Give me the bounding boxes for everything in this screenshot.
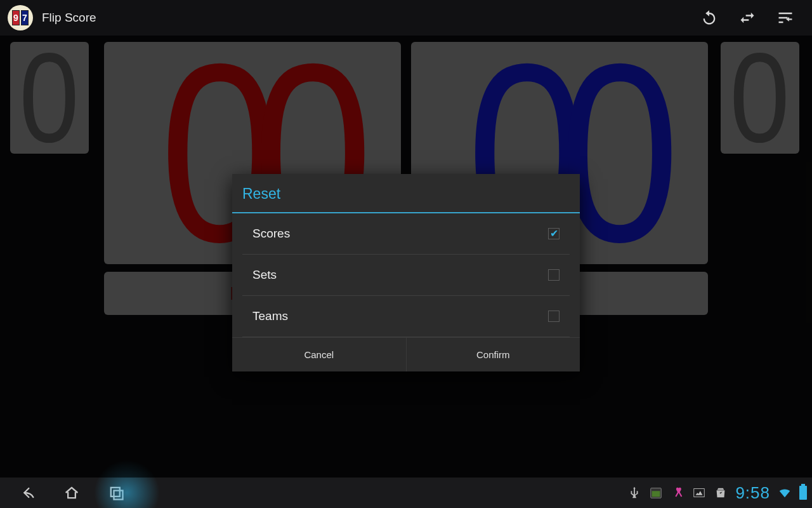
confirm-button[interactable]: Confirm [406,338,580,371]
home-nav-button[interactable] [49,478,94,508]
dialog-button-bar: Cancel Confirm [232,337,580,371]
back-nav-button[interactable] [5,478,49,508]
picture-status-icon [692,486,706,500]
recent-nav-button[interactable] [94,478,138,508]
reset-option-sets[interactable]: Sets [242,255,570,296]
home-icon [63,484,81,502]
reset-dialog: Reset Scores Sets Teams Cancel Confirm [232,174,580,371]
option-label: Scores [252,227,290,241]
reset-option-scores[interactable]: Scores [242,213,570,255]
svg-rect-4 [694,489,705,497]
swap-icon [738,9,756,27]
dialog-title: Reset [232,174,580,213]
system-bar: 9:58 [0,478,812,508]
status-icons: 9:58 [627,478,807,508]
content-area: 0 00 00 0 Home Away Reset Scores Sets Te… [0,36,812,478]
usb-icon [627,486,641,500]
wifi-icon [778,486,792,500]
battery-icon [799,486,807,500]
svg-rect-0 [111,488,120,497]
cancel-button[interactable]: Cancel [232,338,406,371]
status-clock: 9:58 [735,483,770,503]
sliders-icon [776,9,794,27]
option-label: Teams [252,309,288,323]
undo-icon [700,9,718,27]
app-title: Flip Score [42,11,96,25]
shopping-status-icon [714,486,728,500]
reset-action-button[interactable] [690,0,728,36]
svg-rect-3 [652,491,660,497]
checkbox-sets[interactable] [548,269,560,281]
ribbon-icon [671,486,684,500]
reset-option-teams[interactable]: Teams [242,296,570,337]
checkbox-teams[interactable] [548,311,560,322]
back-icon [18,484,36,502]
svg-rect-1 [114,491,123,500]
option-label: Sets [252,268,277,282]
recent-apps-icon [107,484,125,502]
checkbox-scores[interactable] [548,228,560,239]
action-bar: 97 Flip Score [0,0,812,36]
calendar-status-icon [649,486,663,500]
